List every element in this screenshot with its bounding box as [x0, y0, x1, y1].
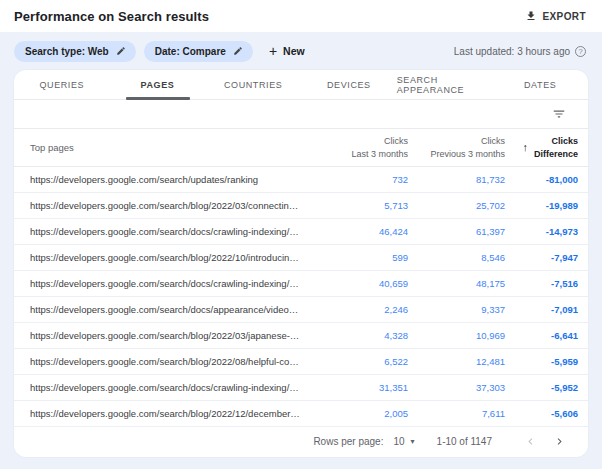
table-row[interactable]: https://developers.google.com/search/doc…: [14, 375, 588, 401]
clicks-last-line2: Last 3 months: [308, 148, 408, 161]
clicks-previous-cell: 61,397: [408, 226, 505, 237]
report-card: QUERIES PAGES COUNTRIES DEVICES SEARCH A…: [14, 70, 588, 457]
clicks-difference-cell: -7,947: [505, 252, 578, 263]
clicks-prev-line2: Previous 3 months: [408, 148, 505, 161]
search-type-chip-label: Search type: Web: [25, 46, 109, 57]
tab[interactable]: DEVICES: [301, 70, 397, 99]
clicks-last-cell: 5,713: [308, 200, 408, 211]
table-row[interactable]: https://developers.google.com/search/doc…: [14, 271, 588, 297]
tab[interactable]: DATES: [492, 70, 588, 99]
tabs: QUERIES PAGES COUNTRIES DEVICES SEARCH A…: [14, 70, 588, 100]
clicks-previous-cell: 10,969: [408, 330, 505, 341]
tab[interactable]: QUERIES: [14, 70, 110, 99]
clicks-last-cell: 31,351: [308, 382, 408, 393]
page-title: Performance on Search results: [14, 9, 209, 24]
pagination-bar: Rows per page: 10 ▾ 1-10 of 1147: [14, 427, 588, 455]
clicks-prev-line1: Clicks: [408, 135, 505, 148]
table-row[interactable]: https://developers.google.com/search/doc…: [14, 297, 588, 323]
page-url-cell: https://developers.google.com/search/blo…: [30, 200, 308, 211]
clicks-previous-cell: 48,175: [408, 278, 505, 289]
filter-icon[interactable]: [552, 107, 566, 121]
clicks-previous-cell: 81,732: [408, 174, 505, 185]
rows-per-page-value: 10: [393, 436, 404, 447]
table-body: https://developers.google.com/search/upd…: [14, 167, 588, 427]
clicks-difference-cell: -6,641: [505, 330, 578, 341]
diff-line1: Clicks: [534, 135, 578, 148]
page-url-cell: https://developers.google.com/search/doc…: [30, 278, 308, 289]
diff-line2: Difference: [534, 148, 578, 161]
tab-label: SEARCH APPEARANCE: [397, 75, 493, 95]
date-compare-chip-label: Date: Compare: [155, 46, 226, 57]
table-row[interactable]: https://developers.google.com/search/blo…: [14, 349, 588, 375]
clicks-difference-lines: Clicks Difference: [534, 135, 578, 160]
clicks-last-cell: 2,005: [308, 408, 408, 419]
date-compare-chip[interactable]: Date: Compare: [144, 41, 253, 62]
table-header: Top pages Clicks Last 3 months Clicks Pr…: [14, 129, 588, 167]
clicks-difference-cell: -7,516: [505, 278, 578, 289]
rows-per-page-select[interactable]: 10 ▾: [393, 436, 414, 447]
clicks-previous-cell: 37,303: [408, 382, 505, 393]
clicks-last-cell: 40,659: [308, 278, 408, 289]
clicks-previous-cell: 25,702: [408, 200, 505, 211]
table-row[interactable]: https://developers.google.com/search/blo…: [14, 193, 588, 219]
column-header-clicks-previous[interactable]: Clicks Previous 3 months: [408, 135, 505, 160]
clicks-last-cell: 732: [308, 174, 408, 185]
table-row[interactable]: https://developers.google.com/search/blo…: [14, 245, 588, 271]
sort-ascending-icon: ↑: [522, 142, 528, 153]
next-page-button[interactable]: [545, 435, 574, 448]
pagination-range: 1-10 of 1147: [437, 436, 492, 447]
table-row[interactable]: https://developers.google.com/search/doc…: [14, 219, 588, 245]
clicks-difference-cell: -19,989: [505, 200, 578, 211]
previous-page-button[interactable]: [516, 435, 545, 448]
filter-bar: Search type: Web Date: Compare + New Las…: [0, 32, 602, 70]
table-row[interactable]: https://developers.google.com/search/upd…: [14, 167, 588, 193]
export-button[interactable]: EXPORT: [525, 10, 586, 22]
clicks-last-cell: 6,522: [308, 356, 408, 367]
last-updated: Last updated: 3 hours ago ?: [454, 46, 586, 57]
last-updated-text: Last updated: 3 hours ago: [454, 46, 570, 57]
tab[interactable]: COUNTRIES: [205, 70, 301, 99]
clicks-last-cell: 2,246: [308, 304, 408, 315]
new-filter-label: New: [283, 45, 305, 57]
tab-label: COUNTRIES: [224, 80, 282, 90]
page-url-cell: https://developers.google.com/search/doc…: [30, 382, 308, 393]
help-icon[interactable]: ?: [575, 46, 586, 57]
title-bar: Performance on Search results EXPORT: [0, 0, 602, 32]
column-header-clicks-difference[interactable]: ↑ Clicks Difference: [505, 135, 578, 160]
plus-icon: +: [269, 44, 277, 58]
clicks-difference-cell: -5,959: [505, 356, 578, 367]
clicks-difference-cell: -5,606: [505, 408, 578, 419]
column-header-clicks-last[interactable]: Clicks Last 3 months: [308, 135, 408, 160]
page-url-cell: https://developers.google.com/search/blo…: [30, 252, 308, 263]
chevron-right-icon: [553, 435, 566, 448]
page-url-cell: https://developers.google.com/search/blo…: [30, 408, 308, 419]
clicks-difference-cell: -81,000: [505, 174, 578, 185]
chevron-left-icon: [524, 435, 537, 448]
clicks-previous-cell: 8,546: [408, 252, 505, 263]
page-url-cell: https://developers.google.com/search/upd…: [30, 174, 308, 185]
clicks-last-line1: Clicks: [308, 135, 408, 148]
clicks-last-cell: 599: [308, 252, 408, 263]
clicks-last-cell: 4,328: [308, 330, 408, 341]
column-header-top-pages: Top pages: [30, 142, 308, 153]
tab-label: PAGES: [141, 80, 175, 90]
clicks-difference-cell: -7,091: [505, 304, 578, 315]
tab[interactable]: PAGES: [110, 70, 206, 99]
tab[interactable]: SEARCH APPEARANCE: [397, 70, 493, 99]
clicks-last-cell: 46,424: [308, 226, 408, 237]
export-label: EXPORT: [542, 11, 586, 22]
clicks-previous-cell: 7,611: [408, 408, 505, 419]
table-row[interactable]: https://developers.google.com/search/blo…: [14, 401, 588, 427]
chevron-down-icon: ▾: [411, 437, 415, 446]
new-filter-button[interactable]: + New: [269, 44, 305, 58]
table-row[interactable]: https://developers.google.com/search/blo…: [14, 323, 588, 349]
page-url-cell: https://developers.google.com/search/doc…: [30, 304, 308, 315]
tab-label: DEVICES: [327, 80, 371, 90]
clicks-previous-cell: 9,337: [408, 304, 505, 315]
page-url-cell: https://developers.google.com/search/blo…: [30, 330, 308, 341]
page-url-cell: https://developers.google.com/search/doc…: [30, 226, 308, 237]
clicks-difference-cell: -5,952: [505, 382, 578, 393]
tab-label: QUERIES: [39, 80, 84, 90]
search-type-chip[interactable]: Search type: Web: [14, 41, 136, 62]
clicks-previous-cell: 12,481: [408, 356, 505, 367]
